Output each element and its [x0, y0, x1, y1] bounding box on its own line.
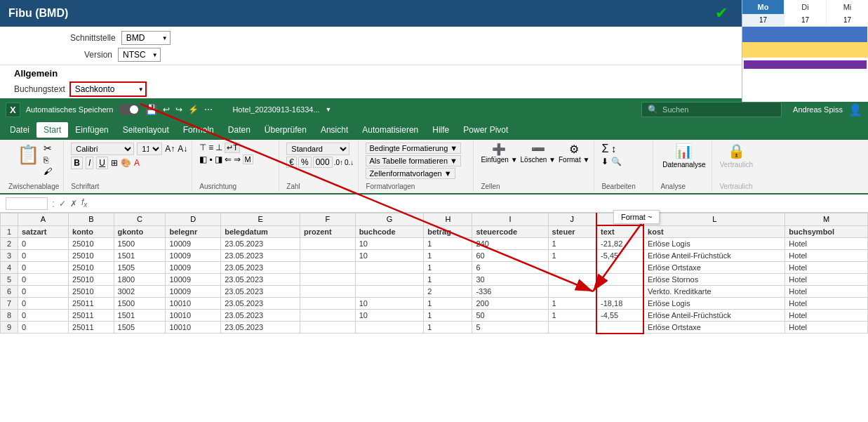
- menu-ansicht[interactable]: Ansicht: [314, 122, 355, 138]
- menu-einfugen[interactable]: Einfügen: [68, 122, 115, 138]
- cut-button[interactable]: ✂: [44, 143, 52, 154]
- increase-font-icon[interactable]: A↑: [165, 144, 175, 154]
- comma-btn[interactable]: 000: [313, 157, 333, 168]
- cell-gkonto[interactable]: 1500: [114, 238, 166, 250]
- menu-datei[interactable]: Datei: [3, 122, 36, 138]
- cell-buchsymbol[interactable]: Hotel: [785, 274, 868, 286]
- decrease-font-icon[interactable]: A↓: [178, 144, 187, 154]
- sachkonto-select[interactable]: Sachkonto: [69, 81, 147, 97]
- undo-icon[interactable]: ↩: [163, 105, 170, 114]
- cell-prozent[interactable]: [300, 310, 355, 322]
- col-header-e[interactable]: E: [221, 213, 300, 226]
- cell-steuer[interactable]: 1: [548, 310, 596, 322]
- underline-button[interactable]: U: [96, 157, 108, 169]
- cell-satzart[interactable]: 0: [18, 322, 69, 334]
- col-header-f[interactable]: F: [300, 213, 355, 226]
- cell-betrag[interactable]: 1: [424, 274, 472, 286]
- insert-function-btn[interactable]: fx: [81, 197, 87, 209]
- format-painter-button[interactable]: 🖌: [44, 166, 52, 176]
- cell-buchsymbol[interactable]: Hotel: [785, 310, 868, 322]
- cell-steuer[interactable]: [548, 322, 596, 334]
- menu-seitenlayout[interactable]: Seitenlayout: [116, 122, 176, 138]
- cell-gkonto[interactable]: 1500: [114, 298, 166, 310]
- cell-steuer[interactable]: [548, 286, 596, 298]
- table-row[interactable]: 602501030021000923.05.20232-336Verkto. K…: [1, 286, 868, 298]
- cell-konto[interactable]: 25010: [69, 238, 114, 250]
- cell-text[interactable]: -4,55: [596, 310, 643, 322]
- wrap-text-btn[interactable]: ↵T: [225, 143, 240, 153]
- decrease-decimal-btn[interactable]: 0.↓: [345, 159, 354, 166]
- cell-buchcode[interactable]: 10: [355, 298, 424, 310]
- font-size-select[interactable]: 11: [137, 143, 162, 155]
- cell-belegdatum[interactable]: 23.05.2023: [221, 310, 300, 322]
- options-icon[interactable]: ⚡: [188, 105, 199, 114]
- menu-automatisieren[interactable]: Automatisieren: [355, 122, 425, 138]
- cell-steuer[interactable]: 1: [548, 250, 596, 262]
- col-header-h[interactable]: H: [424, 213, 472, 226]
- cell-prozent[interactable]: [300, 274, 355, 286]
- cell-belegdatum[interactable]: 23.05.2023: [221, 250, 300, 262]
- cell-konto[interactable]: 25010: [69, 274, 114, 286]
- table-row[interactable]: 202501015001000923.05.20231012401-21,82E…: [1, 238, 868, 250]
- cell-gkonto[interactable]: 1505: [114, 322, 166, 334]
- cell-prozent[interactable]: [300, 298, 355, 310]
- bold-button[interactable]: B: [71, 157, 83, 169]
- check-formula-btn[interactable]: ✓: [59, 199, 66, 209]
- cell-belegnr[interactable]: 10009: [166, 262, 221, 274]
- col-header-m[interactable]: M: [785, 213, 868, 226]
- schnittstelle-select-wrap[interactable]: BMD ▼: [121, 31, 171, 45]
- cell-kost[interactable]: Erlöse Anteil-Früchstück: [643, 250, 785, 262]
- cell-gkonto[interactable]: 1505: [114, 262, 166, 274]
- conditional-format-btn[interactable]: Bedingte Formatierung ▼: [366, 143, 461, 154]
- table-row[interactable]: 402501015051000923.05.202316Erlöse Ortst…: [1, 262, 868, 274]
- table-row[interactable]: 702501115001001023.05.20231012001-18,18E…: [1, 298, 868, 310]
- percent-btn[interactable]: %: [298, 157, 312, 168]
- fill-color-button[interactable]: 🎨: [121, 158, 131, 168]
- cell-buchsymbol[interactable]: Hotel: [785, 286, 868, 298]
- cell-prozent[interactable]: [300, 286, 355, 298]
- cell-gkonto[interactable]: 3002: [114, 286, 166, 298]
- cancel-formula-btn[interactable]: ✗: [70, 199, 77, 209]
- confidential-btn[interactable]: 🔒 Vertraulich: [719, 143, 753, 169]
- merge-btn[interactable]: M: [243, 154, 253, 164]
- cell-buchcode[interactable]: 10: [355, 250, 424, 262]
- cell-kost[interactable]: Erlöse Stornos: [643, 274, 785, 286]
- cell-belegnr[interactable]: 10009: [166, 238, 221, 250]
- font-color-button[interactable]: A: [134, 158, 140, 168]
- menu-uberprufen[interactable]: Überprüfen: [258, 122, 314, 138]
- cell-text[interactable]: -21,82: [596, 238, 643, 250]
- col-header-l[interactable]: L: [643, 213, 785, 226]
- cell-konto[interactable]: 25010: [69, 250, 114, 262]
- cell-buchsymbol[interactable]: Hotel: [785, 298, 868, 310]
- version-select-wrap[interactable]: NTSC ▼: [118, 48, 161, 62]
- number-format-select[interactable]: Standard: [286, 143, 349, 155]
- cell-steuercode[interactable]: 30: [472, 274, 548, 286]
- currency-btn[interactable]: €: [286, 157, 297, 168]
- excel-search-box[interactable]: 🔍 Suchen: [641, 102, 782, 117]
- cell-kost[interactable]: Erlöse Logis: [643, 238, 785, 250]
- cell-betrag[interactable]: 1: [424, 322, 472, 334]
- cell-konto[interactable]: 25011: [69, 322, 114, 334]
- col-header-a[interactable]: A: [18, 213, 69, 226]
- cell-text[interactable]: [596, 322, 643, 334]
- indent-increase-btn[interactable]: ⇒: [234, 154, 241, 164]
- cell-prozent[interactable]: [300, 322, 355, 334]
- cell-satzart[interactable]: 0: [18, 298, 69, 310]
- cell-steuer[interactable]: [548, 274, 596, 286]
- cell-gkonto[interactable]: 1800: [114, 274, 166, 286]
- cell-belegdatum[interactable]: 23.05.2023: [221, 286, 300, 298]
- cell-text[interactable]: -5,45: [596, 250, 643, 262]
- cell-konto[interactable]: 25011: [69, 310, 114, 322]
- cell-buchcode[interactable]: [355, 274, 424, 286]
- cell-prozent[interactable]: [300, 262, 355, 274]
- cell-kost[interactable]: Erlöse Ortstaxe: [643, 322, 785, 334]
- cell-kost[interactable]: Verkto. Kreditkarte: [643, 286, 785, 298]
- align-middle-btn[interactable]: ≡: [208, 143, 213, 153]
- paste-button[interactable]: 📋: [15, 143, 41, 176]
- cell-prozent[interactable]: [300, 250, 355, 262]
- col-header-j[interactable]: J: [548, 213, 596, 226]
- sachkonto-select-wrap[interactable]: Sachkonto ▼: [69, 81, 147, 97]
- sort-btn[interactable]: ↕: [611, 143, 616, 154]
- cell-steuer[interactable]: 1: [548, 298, 596, 310]
- cell-buchsymbol[interactable]: Hotel: [785, 322, 868, 334]
